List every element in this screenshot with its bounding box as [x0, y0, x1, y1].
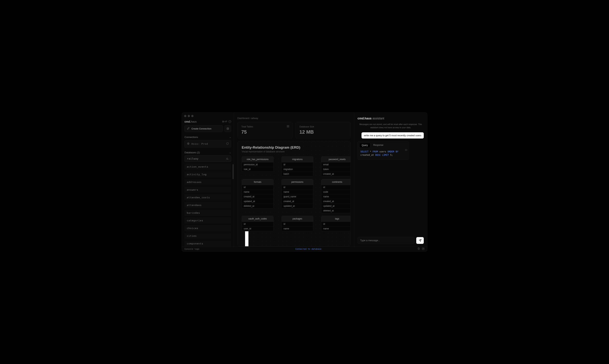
erd-column: batch [282, 172, 313, 176]
table-item[interactable]: attendees [185, 202, 231, 208]
scrollbar-thumb[interactable] [233, 164, 233, 179]
erd-column: created_at [242, 194, 273, 199]
text-cursor [245, 231, 249, 247]
maximize-window-icon[interactable] [191, 115, 194, 117]
trash-icon[interactable] [417, 247, 420, 251]
table-item[interactable]: components [185, 240, 231, 247]
database-item-active[interactable]: railway [185, 155, 231, 162]
erd-column: created_at [321, 199, 351, 204]
databases-section-header[interactable]: Databases (2) ⌄ [182, 150, 234, 155]
erd-column: code [321, 190, 351, 194]
erd-table[interactable]: password_resetsemailtokencreated_at [321, 156, 351, 176]
help-icon[interactable]: ? [229, 120, 231, 123]
erd-column: id [321, 222, 351, 226]
erd-column: token [321, 167, 351, 172]
table-item[interactable]: choices [185, 225, 231, 232]
grid-icon [287, 125, 289, 128]
copy-icon[interactable] [405, 149, 407, 151]
erd-table[interactable]: continentsidcodenamecreated_atupdated_at… [321, 179, 351, 213]
chevron-down-icon: ⌄ [229, 151, 231, 154]
connections-section-header[interactable]: Connections ⌄ [182, 134, 234, 140]
erd-table-name: migrations [282, 156, 313, 162]
svg-rect-5 [288, 127, 289, 127]
table-item[interactable]: cities [185, 233, 231, 239]
close-window-icon[interactable] [184, 115, 186, 117]
erd-column: permission_id [242, 162, 273, 167]
send-icon [419, 239, 422, 242]
table-item[interactable]: addresses [185, 179, 231, 185]
main-content: Dashboard: railway Total Tables 75 Datab… [234, 113, 354, 247]
erd-column: updated_at [321, 204, 351, 208]
stat-value: 12 MB [299, 129, 347, 135]
erd-table[interactable]: packagesidname [281, 216, 313, 231]
assistant-panel: cmd.haus assistant Messages are not stor… [354, 113, 427, 247]
table-item[interactable]: categories [185, 217, 231, 224]
erd-column: id [321, 185, 351, 190]
erd-column: updated_at [242, 199, 273, 204]
erd-column: id [282, 162, 313, 167]
sql-code: SELECT * FROM users ORDER BY created_at … [358, 148, 409, 160]
console-logs-label[interactable]: Console logs [185, 248, 199, 250]
svg-rect-4 [287, 127, 288, 127]
svg-point-0 [227, 128, 229, 128]
tab-response[interactable]: Response [371, 143, 386, 148]
send-button[interactable] [416, 237, 424, 244]
svg-rect-2 [287, 125, 288, 126]
create-connection-label: Create Connection [191, 128, 212, 130]
table-item[interactable]: answers [185, 186, 231, 193]
erd-title: Entity-Relationship Diagram (ERD) [242, 145, 346, 150]
erd-table[interactable]: permissionsidnameguard_namecreated_atupd… [281, 179, 313, 208]
erd-table[interactable]: formatsidnamecreated_atupdated_atdeleted… [242, 179, 274, 208]
erd-table[interactable]: tagsidname [321, 216, 351, 231]
connection-item[interactable]: Hozo: Prod [185, 140, 231, 148]
create-connection-button[interactable]: Create Connection [185, 125, 223, 132]
erd-column: id [282, 222, 313, 226]
minimize-window-icon[interactable] [188, 115, 190, 117]
erd-column: name [242, 190, 273, 194]
erd-subtitle: Visual representation of database struct… [242, 150, 346, 153]
code-response-block: Query Response SELECT * FROM users ORDER… [357, 141, 409, 160]
erd-table[interactable]: role_has_permissionspermission_idrole_id [242, 156, 274, 172]
erd-column: role_id [242, 167, 273, 171]
sync-icon[interactable] [226, 142, 229, 145]
stat-value: 75 [241, 129, 289, 135]
database-name: railway [187, 157, 199, 160]
table-item[interactable]: activity_log [185, 171, 231, 178]
erd-table[interactable]: migrationsidmigrationbatch [281, 156, 313, 176]
erd-column: id [242, 185, 273, 190]
assistant-title-thin: assistant [372, 117, 384, 120]
assistant-title-bold: cmd.haus [357, 117, 372, 120]
chevron-down-icon: ⌄ [229, 136, 231, 139]
chart-icon [226, 157, 229, 160]
table-item[interactable]: action_events [185, 163, 231, 170]
erd-column: id [282, 185, 313, 190]
connections-label: Connections [185, 136, 198, 139]
erd-column: name [282, 190, 313, 194]
sidebar: cmd.haus ⌘+P ? Create Connection [182, 113, 234, 247]
brand-header: cmd.haus ⌘+P ? [182, 119, 234, 125]
assistant-title: cmd.haus assistant [357, 117, 424, 120]
stat-database-size: Database Size 12 MB [295, 122, 351, 139]
globe-icon [187, 142, 190, 146]
brand-logo: cmd.haus [185, 120, 197, 123]
erd-table-name: formats [242, 179, 273, 185]
erd-column: user_id [242, 226, 273, 231]
erd-table-name: tags [321, 216, 351, 222]
erd-column: deleted_at [321, 208, 351, 213]
erd-column: updated_at [282, 204, 313, 208]
status-bar: Console logs Connected to database [182, 247, 427, 251]
table-item[interactable]: barcodes [185, 209, 231, 216]
message-input[interactable] [357, 237, 414, 244]
stat-total-tables: Total Tables 75 [237, 122, 292, 139]
breadcrumb: Dashboard: railway [234, 113, 354, 122]
database-button[interactable] [225, 125, 231, 132]
tab-query[interactable]: Query [359, 143, 370, 148]
expand-icon[interactable] [422, 247, 424, 251]
tables-list[interactable]: action_eventsactivity_logaddressesanswer… [182, 163, 234, 247]
erd-table[interactable]: oauth_auth_codesiduser_id [242, 216, 274, 231]
svg-rect-3 [288, 125, 289, 126]
table-item[interactable]: attendee_costs [185, 194, 231, 201]
erd-column: created_at [321, 172, 351, 176]
erd-container[interactable]: Entity-Relationship Diagram (ERD) Visual… [237, 141, 351, 247]
assistant-notice: Messages are not stored, and will be res… [357, 123, 424, 129]
